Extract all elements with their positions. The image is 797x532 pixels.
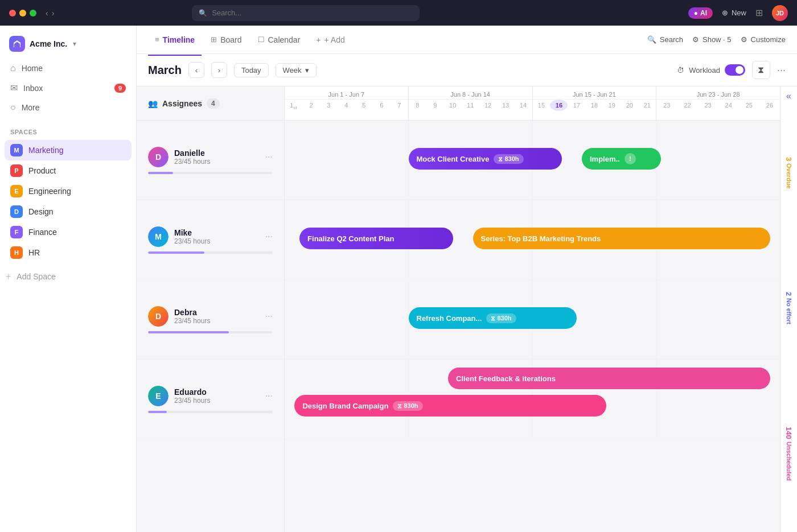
grid-row-debra: Refresh Compan... ⧖ 830h	[285, 280, 780, 360]
sidebar-item-product[interactable]: P Product	[5, 160, 132, 181]
task-refresh-company[interactable]: Refresh Compan... ⧖ 830h	[409, 307, 577, 329]
day-14: 14	[515, 100, 532, 111]
nav-item-home[interactable]: ⌂ Home	[5, 59, 132, 78]
workload-label: Workload	[689, 66, 720, 75]
spaces-label: Spaces	[5, 126, 132, 140]
workload-toggle[interactable]: ⏱ Workload	[677, 64, 745, 76]
finance-dot: F	[10, 226, 23, 238]
more-label: More	[22, 103, 40, 112]
unscheduled-text: Unscheduled	[786, 442, 792, 481]
avatar-debra: D	[148, 306, 169, 327]
task-series-b2b[interactable]: Series: Top B2B Marketing Trends	[473, 228, 770, 249]
assignee-row-debra: D Debra 23/45 hours ···	[137, 280, 284, 360]
warning-icon: !	[625, 153, 636, 164]
task-mock-client[interactable]: Mock Client Creative ⧖ 830h	[409, 148, 562, 170]
nav-item-inbox[interactable]: ✉ Inbox 9	[5, 78, 132, 98]
add-space-button[interactable]: + Add Space	[0, 267, 136, 286]
sidebar-item-engineering[interactable]: E Engineering	[5, 181, 132, 201]
ai-badge[interactable]: ● AI	[688, 7, 713, 19]
maximize-button[interactable]	[30, 10, 36, 17]
minimize-button[interactable]	[19, 10, 26, 17]
noeffort-text: No effort	[786, 298, 792, 324]
day-23b: 23	[698, 100, 718, 111]
day-18: 18	[585, 100, 603, 111]
show-button[interactable]: ⚙ Show · 5	[692, 35, 732, 44]
ai-icon: ●	[694, 9, 698, 17]
home-label: Home	[22, 64, 43, 73]
task-design-brand[interactable]: Design Brand Campaign ⧖ 830h	[294, 395, 606, 416]
sidebar-item-finance[interactable]: F Finance	[5, 222, 132, 242]
assignee-name-eduardo: Eduardo	[174, 387, 210, 397]
ai-label: AI	[700, 9, 707, 17]
close-button[interactable]	[9, 10, 16, 17]
workload-toggle-switch[interactable]	[725, 64, 745, 76]
week-label-1: Jun 1 - Jun 7	[285, 86, 408, 100]
design-dot: D	[10, 205, 23, 218]
week-selector[interactable]: Week ▾	[276, 63, 317, 77]
tab-calendar[interactable]: ☐ Calendar	[251, 32, 307, 48]
user-avatar[interactable]: JD	[772, 5, 788, 21]
customize-button[interactable]: ⚙ Customize	[741, 35, 786, 44]
more-options-button[interactable]: ···	[777, 64, 786, 76]
more-options-debra[interactable]: ···	[265, 311, 273, 321]
url-input[interactable]	[212, 9, 413, 17]
noeffort-count: 2	[784, 292, 793, 296]
sidebar-item-hr[interactable]: H HR	[5, 242, 132, 263]
nav-item-more[interactable]: ○ More	[5, 98, 132, 117]
customize-icon: ⚙	[741, 35, 747, 44]
assignees-column: 👥 Assignees 4 D Danielle 23/45 hours	[137, 86, 285, 532]
grid-icon[interactable]: ⊞	[755, 7, 763, 18]
more-options-danielle[interactable]: ···	[265, 152, 273, 162]
day-1st: 1st	[285, 100, 302, 113]
task-implement[interactable]: Implem.. !	[582, 148, 661, 170]
filter-icon: ⧗	[758, 65, 764, 75]
sidebar-item-marketing[interactable]: M Marketing	[5, 140, 132, 160]
main-content: ≡ Timeline ⊞ Board ☐ Calendar + + Add 🔍 …	[137, 26, 797, 532]
customize-label: Customize	[751, 35, 786, 44]
day-10: 10	[444, 100, 462, 111]
tab-timeline[interactable]: ≡ Timeline	[148, 32, 202, 48]
unscheduled-label[interactable]: 140 Unscheduled	[780, 422, 797, 485]
calendar-grid: Jun 1 - Jun 7 1st 2 3 4 5 6 7	[285, 86, 780, 532]
task-finalize-q2[interactable]: Finalize Q2 Content Plan	[299, 228, 453, 249]
prev-month-button[interactable]: ‹	[188, 62, 204, 78]
design-label: Design	[28, 207, 54, 216]
workspace-header[interactable]: Acme Inc. ▾	[0, 32, 136, 59]
week-label-3: Jun 15 - Jun 21	[533, 86, 656, 100]
back-button[interactable]: ‹	[46, 9, 48, 18]
more-options-mike[interactable]: ···	[265, 232, 273, 242]
filter-button[interactable]: ⧗	[752, 61, 770, 79]
progress-bar-debra	[148, 331, 229, 333]
board-tab-label: Board	[220, 35, 241, 44]
noeffort-label[interactable]: 2 No effort	[780, 287, 797, 329]
tab-board[interactable]: ⊞ Board	[204, 32, 248, 48]
task-hours: ⧖ 830h	[494, 154, 523, 164]
next-month-button[interactable]: ›	[211, 62, 227, 78]
day-22: 22	[677, 100, 697, 111]
inbox-badge: 9	[114, 84, 126, 93]
plus-icon: +	[316, 35, 321, 44]
side-labels: 3 Overdue 2 No effort 140 Unscheduled	[780, 106, 797, 532]
hr-dot: H	[10, 246, 23, 259]
finance-label: Finance	[28, 228, 57, 237]
new-button[interactable]: ⊕ New	[722, 9, 746, 17]
collapse-button[interactable]: «	[780, 86, 797, 106]
avatar-eduardo: E	[148, 386, 169, 406]
progress-bar-eduardo	[148, 411, 167, 413]
today-button[interactable]: Today	[234, 63, 269, 77]
task-client-feedback[interactable]: Client Feedback & iterations	[448, 368, 770, 389]
app-container: Acme Inc. ▾ ⌂ Home ✉ Inbox 9 ○ More Spac…	[0, 26, 797, 532]
more-options-eduardo[interactable]: ···	[265, 391, 273, 401]
board-icon: ⊞	[211, 35, 217, 44]
add-tab-button[interactable]: + + Add	[309, 32, 351, 48]
search-button[interactable]: 🔍 Search	[647, 35, 683, 44]
url-bar[interactable]: 🔍	[192, 5, 420, 21]
overdue-label[interactable]: 3 Overdue	[780, 152, 797, 193]
day-15: 15	[533, 100, 550, 111]
timeline-main: 👥 Assignees 4 D Danielle 23/45 hours	[137, 86, 780, 532]
assignee-name-debra: Debra	[174, 308, 210, 317]
day-6: 6	[373, 100, 391, 113]
forward-button[interactable]: ›	[52, 9, 55, 18]
grid-body: Mock Client Creative ⧖ 830h Implem.. !	[285, 121, 780, 439]
sidebar-item-design[interactable]: D Design	[5, 201, 132, 222]
